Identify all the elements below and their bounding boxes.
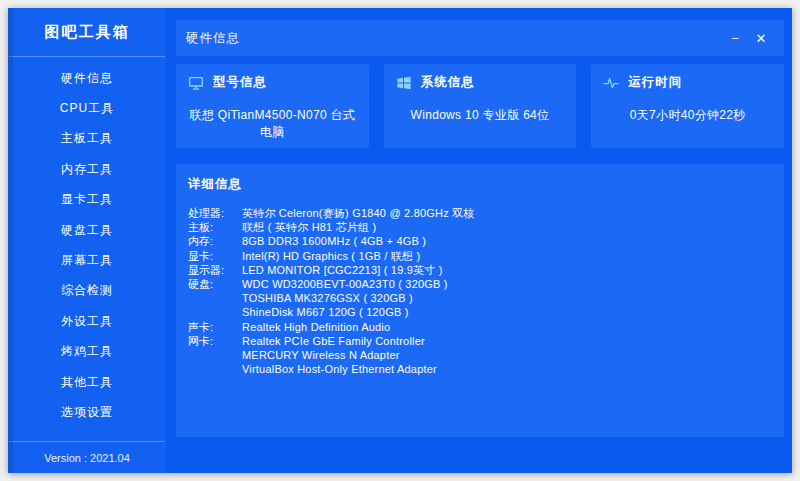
system-info-title: 系统信息	[421, 74, 475, 91]
sidebar: 图吧工具箱 硬件信息 CPU工具 主板工具 内存工具 显卡工具 硬盘工具 屏幕工…	[8, 8, 166, 473]
sidebar-item-peripheral-tools[interactable]: 外设工具	[8, 306, 166, 336]
app-title: 图吧工具箱	[8, 8, 166, 56]
detail-value: TOSHIBA MK3276GSX ( 320GB )	[242, 291, 448, 305]
main-area: 硬件信息 − ✕ 型号信息 联想 QiTianM4500	[166, 8, 792, 473]
sidebar-item-memory-tools[interactable]: 内存工具	[8, 154, 166, 184]
detail-row-audio: 声卡: Realtek High Definition Audio	[188, 320, 772, 334]
detail-value: MERCURY Wireless N Adapter	[242, 348, 437, 362]
detail-row-cpu: 处理器: 英特尔 Celeron(赛扬) G1840 @ 2.80GHz 双核	[188, 206, 772, 220]
detail-label-display: 显示器:	[188, 263, 242, 277]
sidebar-spacer	[8, 428, 166, 441]
detail-value: ShineDisk M667 120G ( 120GB )	[242, 305, 448, 319]
detail-value: Intel(R) HD Graphics ( 1GB / 联想 )	[242, 249, 420, 263]
system-info-value: Windows 10 专业版 64位	[396, 107, 565, 124]
version-label: Version : 2021.04	[8, 442, 166, 473]
close-button[interactable]: ✕	[748, 25, 774, 51]
detail-value: 联想 ( 英特尔 H81 芯片组 )	[242, 220, 376, 234]
system-info-card: 系统信息 Windows 10 专业版 64位	[384, 64, 577, 148]
model-info-title: 型号信息	[213, 74, 267, 91]
sidebar-item-option-settings[interactable]: 选项设置	[8, 397, 166, 427]
detail-values-gpu: Intel(R) HD Graphics ( 1GB / 联想 )	[242, 249, 420, 263]
details-body: 处理器: 英特尔 Celeron(赛扬) G1840 @ 2.80GHz 双核 …	[188, 206, 772, 376]
details-title: 详细信息	[188, 176, 772, 193]
uptime-title: 运行时间	[628, 74, 682, 91]
detail-row-motherboard: 主板: 联想 ( 英特尔 H81 芯片组 )	[188, 220, 772, 234]
detail-values-disks: WDC WD3200BEVT-00A23T0 ( 320GB ) TOSHIBA…	[242, 277, 448, 320]
sidebar-item-comprehensive-test[interactable]: 综合检测	[8, 276, 166, 306]
detail-values-audio: Realtek High Definition Audio	[242, 320, 390, 334]
panel-titlebar: 硬件信息 − ✕	[176, 20, 784, 56]
sidebar-item-gpu-tools[interactable]: 显卡工具	[8, 185, 166, 215]
detail-values-memory: 8GB DDR3 1600MHz ( 4GB + 4GB )	[242, 234, 426, 248]
system-info-card-header: 系统信息	[396, 74, 565, 91]
details-panel: 详细信息 处理器: 英特尔 Celeron(赛扬) G1840 @ 2.80GH…	[176, 164, 784, 437]
uptime-card: 运行时间 0天7小时40分钟22秒	[591, 64, 784, 148]
minimize-button[interactable]: −	[722, 25, 748, 51]
detail-values-cpu: 英特尔 Celeron(赛扬) G1840 @ 2.80GHz 双核	[242, 206, 475, 220]
detail-label-memory: 内存:	[188, 234, 242, 248]
detail-label-gpu: 显卡:	[188, 249, 242, 263]
sidebar-nav: 硬件信息 CPU工具 主板工具 内存工具 显卡工具 硬盘工具 屏幕工具 综合检测…	[8, 57, 166, 428]
sidebar-item-cpu-tools[interactable]: CPU工具	[8, 93, 166, 123]
detail-value: VirtualBox Host-Only Ethernet Adapter	[242, 362, 437, 376]
sidebar-item-disk-tools[interactable]: 硬盘工具	[8, 215, 166, 245]
detail-label-motherboard: 主板:	[188, 220, 242, 234]
detail-value: 8GB DDR3 1600MHz ( 4GB + 4GB )	[242, 234, 426, 248]
panel-title: 硬件信息	[186, 30, 240, 47]
detail-value: 英特尔 Celeron(赛扬) G1840 @ 2.80GHz 双核	[242, 206, 475, 220]
sidebar-item-screen-tools[interactable]: 屏幕工具	[8, 245, 166, 275]
detail-row-display: 显示器: LED MONITOR [CGC2213] ( 19.9英寸 )	[188, 263, 772, 277]
detail-values-display: LED MONITOR [CGC2213] ( 19.9英寸 )	[242, 263, 443, 277]
detail-values-motherboard: 联想 ( 英特尔 H81 芯片组 )	[242, 220, 376, 234]
detail-row-memory: 内存: 8GB DDR3 1600MHz ( 4GB + 4GB )	[188, 234, 772, 248]
detail-row-network: 网卡: Realtek PCIe GbE Family Controller M…	[188, 334, 772, 377]
sidebar-item-stress-test-tools[interactable]: 烤鸡工具	[8, 337, 166, 367]
app-window: 图吧工具箱 硬件信息 CPU工具 主板工具 内存工具 显卡工具 硬盘工具 屏幕工…	[8, 8, 792, 473]
windows-icon	[396, 75, 412, 91]
monitor-icon	[188, 75, 204, 91]
detail-value: WDC WD3200BEVT-00A23T0 ( 320GB )	[242, 277, 448, 291]
sidebar-item-motherboard-tools[interactable]: 主板工具	[8, 124, 166, 154]
detail-value: LED MONITOR [CGC2213] ( 19.9英寸 )	[242, 263, 443, 277]
detail-label-disks: 硬盘:	[188, 277, 242, 291]
detail-value: Realtek High Definition Audio	[242, 320, 390, 334]
model-info-value: 联想 QiTianM4500-N070 台式电脑	[188, 107, 357, 141]
detail-label-network: 网卡:	[188, 334, 242, 348]
sidebar-item-hardware-info[interactable]: 硬件信息	[8, 63, 166, 93]
uptime-value: 0天7小时40分钟22秒	[603, 107, 772, 124]
detail-label-audio: 声卡:	[188, 320, 242, 334]
uptime-card-header: 运行时间	[603, 74, 772, 91]
detail-values-network: Realtek PCIe GbE Family Controller MERCU…	[242, 334, 437, 377]
detail-label-cpu: 处理器:	[188, 206, 242, 220]
detail-row-disks: 硬盘: WDC WD3200BEVT-00A23T0 ( 320GB ) TOS…	[188, 277, 772, 320]
sidebar-item-other-tools[interactable]: 其他工具	[8, 367, 166, 397]
detail-value: Realtek PCIe GbE Family Controller	[242, 334, 437, 348]
pulse-icon	[603, 75, 619, 91]
model-info-card: 型号信息 联想 QiTianM4500-N070 台式电脑	[176, 64, 369, 148]
model-info-card-header: 型号信息	[188, 74, 357, 91]
summary-cards: 型号信息 联想 QiTianM4500-N070 台式电脑 系统信息	[176, 64, 784, 148]
detail-row-gpu: 显卡: Intel(R) HD Graphics ( 1GB / 联想 )	[188, 249, 772, 263]
